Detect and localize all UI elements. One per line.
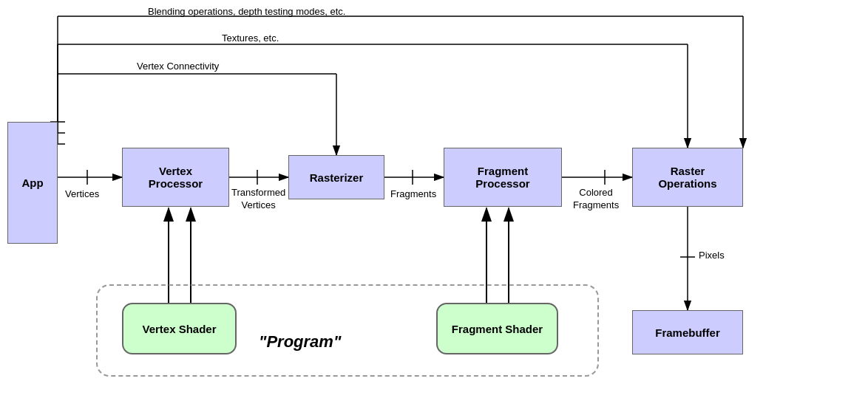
program-label: "Program" — [259, 332, 341, 352]
app-box: App — [7, 122, 58, 244]
rasterizer-box: Rasterizer — [288, 155, 384, 199]
vertex-processor-box: Vertex Processor — [122, 148, 229, 207]
raster-operations-label: Raster Operations — [658, 165, 716, 190]
vertex-processor-label: Vertex Processor — [149, 165, 203, 190]
textures-label: Textures, etc. — [222, 32, 279, 44]
rasterizer-label: Rasterizer — [310, 171, 364, 184]
diagram: App Vertex Processor Rasterizer Fragment… — [0, 0, 868, 401]
fragment-shader-box: Fragment Shader — [436, 303, 558, 354]
fragment-processor-label: Fragment Processor — [475, 165, 529, 190]
app-label: App — [21, 176, 43, 189]
transformed-vertices-label: TransformedVertices — [231, 187, 285, 212]
fragment-shader-label: Fragment Shader — [452, 323, 543, 335]
framebuffer-label: Framebuffer — [655, 326, 720, 339]
framebuffer-box: Framebuffer — [632, 310, 743, 354]
pixels-label: Pixels — [699, 250, 725, 261]
vertex-shader-box: Vertex Shader — [122, 303, 237, 354]
raster-operations-box: Raster Operations — [632, 148, 743, 207]
fragment-processor-box: Fragment Processor — [444, 148, 562, 207]
blending-label: Blending operations, depth testing modes… — [148, 6, 345, 17]
colored-fragments-label: ColoredFragments — [573, 187, 619, 212]
vertex-shader-label: Vertex Shader — [142, 323, 216, 335]
fragments-label: Fragments — [390, 188, 436, 199]
vertices-label: Vertices — [65, 188, 99, 199]
vertex-connectivity-label: Vertex Connectivity — [137, 61, 219, 72]
